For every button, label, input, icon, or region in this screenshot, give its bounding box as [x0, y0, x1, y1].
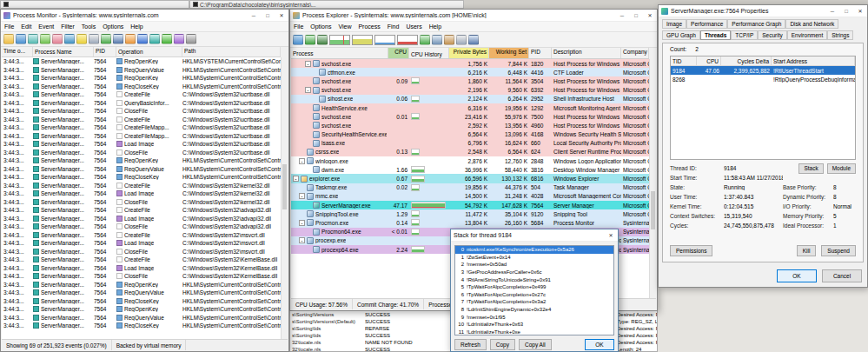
- event-row[interactable]: 3:44:3... ServerManager... 7564 RegClose…: [2, 173, 281, 182]
- column-header-operation[interactable]: Operation: [116, 47, 182, 56]
- io-history-graph[interactable]: [374, 35, 395, 45]
- process-row[interactable]: csrss.exe 0.13 2,548 K 6,564 K 624 Clien…: [291, 148, 649, 156]
- stack-dialog-titlebar[interactable]: Stack for thread 9184 ✕: [451, 229, 618, 242]
- suspend-button[interactable]: Suspend: [821, 245, 856, 256]
- column-header-pid[interactable]: PID: [94, 47, 116, 56]
- process-row[interactable]: - winlogon.exe 2,876 K 12,760 K 2848 Win…: [291, 156, 649, 165]
- stack-frame-row[interactable]: 3 !GetProcAddressForCaller+0x6c: [455, 269, 613, 276]
- module-button[interactable]: Module: [827, 163, 856, 174]
- menu-item[interactable]: Edit: [17, 23, 35, 30]
- event-row[interactable]: 3:44:3... ServerManager... 7564 RegOpenK…: [2, 281, 281, 289]
- process-row[interactable]: - Procmon.exe 0.14 13,804 K 26,160 K 568…: [291, 218, 649, 227]
- stack-frame-row[interactable]: 2 !memset+0x50ad: [455, 261, 613, 269]
- menu-item[interactable]: Help: [127, 23, 146, 30]
- event-row[interactable]: 3:44:3... ServerManager... 7564 CloseFil…: [2, 198, 281, 207]
- stack-frame-row[interactable]: 4 !RtlAnsiStringToUnicodeString+0x91: [455, 276, 613, 283]
- maximize-button[interactable]: □: [839, 5, 853, 17]
- column-header-private-bytes[interactable]: Private Bytes: [449, 48, 489, 58]
- column-header-start-address[interactable]: Start Address: [772, 56, 855, 65]
- gpu-history-graph[interactable]: [397, 35, 418, 45]
- cpu-usage-graph[interactable]: [329, 35, 350, 45]
- menu-item[interactable]: Event: [35, 23, 57, 30]
- event-row[interactable]: 3:44:3... ServerManager... 7564 Load Ima…: [2, 140, 281, 149]
- thread-row[interactable]: 8268 !RtlpQueryProcessDebugInformationRe…: [671, 75, 855, 83]
- tab-tcpip[interactable]: TCP/IP: [731, 30, 758, 40]
- process-row[interactable]: ServerManager.exe 47.17 54,792 K 147,628…: [291, 201, 649, 209]
- event-row[interactable]: 3:44:3... ServerManager... 7564 CloseFil…: [2, 248, 281, 256]
- tree-expander[interactable]: [311, 70, 317, 76]
- event-row[interactable]: 3:44:3... ServerManager... 7564 RegOpenK…: [2, 57, 281, 66]
- stack-frame-row[interactable]: 5 !TpWaitForAlpcCompletion+0x499: [455, 283, 613, 291]
- process-row[interactable]: Taskmgr.exe 0.02 19,856 K 44,376 K 504 T…: [291, 183, 649, 192]
- process-row[interactable]: HealthService.exe 6,316 K 19,956 K 1292 …: [291, 103, 649, 112]
- event-row[interactable]: 3:44:3... ServerManager... 7564 RegClose…: [2, 83, 281, 91]
- stack-frame-row[interactable]: 8 !LdrInitShimEngineDynamic+0x32e4: [455, 306, 613, 314]
- filter-icon[interactable]: [64, 34, 75, 44]
- process-row[interactable]: - svchost.exe 1,756 K 7,844 K 1820 Host …: [291, 59, 649, 68]
- column-header-time[interactable]: Time o...: [2, 47, 33, 56]
- process-row[interactable]: SecurityHealthService.exe 6,564 K 13,096…: [291, 130, 649, 139]
- open-log-icon[interactable]: [3, 34, 14, 44]
- event-row[interactable]: 3:44:3... ServerManager... 7564 CreateFi…: [2, 231, 281, 240]
- properties-titlebar[interactable]: ServerManager.exe:7564 Properties ─ □ ✕: [659, 5, 867, 17]
- include-process-icon[interactable]: [89, 34, 99, 44]
- column-header-cycles-delta[interactable]: Cycles Delta: [721, 56, 772, 65]
- maximize-button[interactable]: □: [629, 10, 643, 21]
- tab-gpu-graph[interactable]: GPU Graph: [662, 30, 700, 40]
- tree-expander[interactable]: [305, 229, 311, 235]
- tree-expander[interactable]: [305, 203, 311, 209]
- tab-strings[interactable]: Strings: [827, 30, 853, 40]
- show-registry-activity-icon[interactable]: [137, 34, 148, 44]
- process-row[interactable]: svchost.exe 0.01 23,416 K 55,976 K 7500 …: [291, 112, 649, 121]
- tree-expander[interactable]: [305, 140, 311, 146]
- find-window-process-icon[interactable]: [456, 35, 467, 45]
- stack-frame-row[interactable]: 1 !ZwSetEvent+0x14: [455, 254, 613, 262]
- event-row[interactable]: 3:44:3... ServerManager... 7564 RegOpenK…: [2, 156, 281, 165]
- clear-icon[interactable]: [52, 34, 63, 44]
- tab-threads[interactable]: Threads: [700, 30, 731, 40]
- event-row[interactable]: 3:44:3... ServerManager... 7564 RegOpenK…: [2, 305, 281, 314]
- event-row[interactable]: 3:44:3... ServerManager... 7564 RegClose…: [2, 322, 281, 330]
- event-row[interactable]: 3:44:3... ServerManager... 7564 CloseFil…: [2, 149, 281, 157]
- tree-expander[interactable]: -: [299, 193, 305, 199]
- process-row[interactable]: - mmc.exe 14,500 K 31,248 K 4028 Microso…: [291, 192, 649, 201]
- properties-icon[interactable]: [444, 35, 454, 45]
- event-row[interactable]: 3:44:3... ServerManager... 7564 CreateFi…: [2, 123, 281, 132]
- show-file-activity-icon[interactable]: [149, 34, 160, 44]
- event-row[interactable]: 3:44:3... ServerManager... 7564 RegQuery…: [2, 314, 281, 322]
- menu-item[interactable]: Find: [384, 23, 403, 30]
- show-lower-pane-icon[interactable]: [432, 35, 442, 45]
- copy-button[interactable]: Copy: [490, 339, 515, 350]
- menu-item[interactable]: Tools: [78, 23, 99, 30]
- refresh-icon[interactable]: [305, 35, 315, 45]
- tab-performance-graph[interactable]: Performance Graph: [727, 19, 785, 29]
- column-header-path[interactable]: Path: [182, 47, 281, 56]
- event-row[interactable]: 3:44:3... ServerManager... 7564 CreateFi…: [2, 116, 281, 124]
- refresh-button[interactable]: Refresh: [454, 339, 487, 350]
- minimize-button[interactable]: ─: [247, 10, 261, 21]
- tree-expander[interactable]: -: [299, 220, 305, 226]
- show-process-activity-icon[interactable]: [174, 34, 184, 44]
- kill-button[interactable]: Kill: [797, 245, 817, 256]
- show-profiling-events-icon[interactable]: [186, 34, 196, 44]
- scrollbar-thumb[interactable]: [651, 191, 655, 229]
- tree-expander[interactable]: [305, 247, 311, 253]
- column-header-pid[interactable]: PID: [529, 48, 552, 58]
- stack-frame-row[interactable]: 10 !LdrInitializeThunk+0x63: [455, 321, 613, 329]
- process-row[interactable]: - svchost.exe 2,196 K 9,560 K 6392 Host …: [291, 86, 649, 95]
- tab-image[interactable]: Image: [662, 19, 686, 29]
- menu-item[interactable]: View: [335, 23, 354, 30]
- process-row[interactable]: ctfmon.exe 6,216 K 6,448 K 4416 CTF Load…: [291, 68, 649, 76]
- event-row[interactable]: 3:44:3... ServerManager... 7564 RegClose…: [2, 297, 281, 306]
- event-row[interactable]: 3:44:3... ServerManager... 7564 QueryBas…: [2, 99, 281, 108]
- menu-item[interactable]: Filter: [57, 23, 78, 30]
- column-header-company-name[interactable]: Company Nam: [621, 48, 649, 58]
- tree-expander[interactable]: -: [299, 237, 305, 243]
- event-row[interactable]: 3:44:3... ServerManager... 7564 Load Ima…: [2, 189, 281, 198]
- tree-expander[interactable]: [299, 184, 305, 190]
- cancel-button[interactable]: Cancel: [822, 269, 862, 282]
- tab-security[interactable]: Security: [758, 30, 786, 40]
- tree-expander[interactable]: -: [299, 158, 305, 164]
- ok-button[interactable]: OK: [585, 339, 614, 350]
- thread-row[interactable]: 9184 47.06 2,399,625,882 !RtlUserThreadS…: [671, 66, 855, 75]
